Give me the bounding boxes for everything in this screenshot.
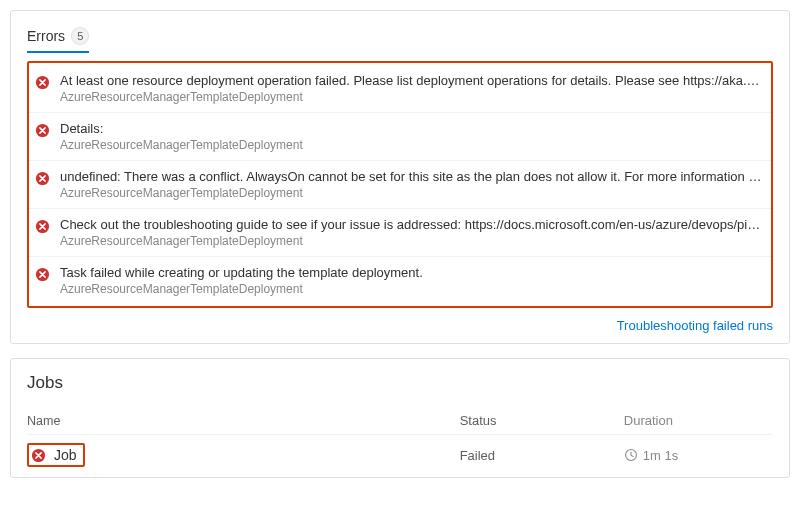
error-row[interactable]: Details: AzureResourceManagerTemplateDep… [29, 112, 771, 160]
errors-panel: Errors 5 At least one resource deploymen… [10, 10, 790, 344]
error-message: Details: [60, 121, 765, 136]
error-row[interactable]: undefined: There was a conflict. AlwaysO… [29, 160, 771, 208]
job-status: Failed [460, 448, 624, 463]
jobs-panel: Jobs Name Status Duration Job Failed 1m … [10, 358, 790, 478]
error-source: AzureResourceManagerTemplateDeployment [60, 186, 765, 200]
error-message: At least one resource deployment operati… [60, 73, 765, 88]
error-message: undefined: There was a conflict. AlwaysO… [60, 169, 765, 184]
error-text: At least one resource deployment operati… [60, 73, 765, 104]
error-source: AzureResourceManagerTemplateDeployment [60, 90, 765, 104]
jobs-header-duration: Duration [624, 413, 773, 428]
error-source: AzureResourceManagerTemplateDeployment [60, 138, 765, 152]
error-row[interactable]: Check out the troubleshooting guide to s… [29, 208, 771, 256]
errors-tabs: Errors 5 [27, 25, 773, 53]
jobs-header-status: Status [460, 413, 624, 428]
errors-highlight-box: At least one resource deployment operati… [27, 61, 773, 308]
job-name-highlight: Job [27, 443, 85, 467]
error-source: AzureResourceManagerTemplateDeployment [60, 282, 765, 296]
error-row[interactable]: At least one resource deployment operati… [29, 65, 771, 112]
error-text: Details: AzureResourceManagerTemplateDep… [60, 121, 765, 152]
jobs-header-row: Name Status Duration [27, 407, 773, 434]
job-duration: 1m 1s [643, 448, 678, 463]
error-icon [35, 171, 50, 186]
troubleshoot-area: Troubleshooting failed runs [27, 318, 773, 333]
error-icon [35, 123, 50, 138]
error-source: AzureResourceManagerTemplateDeployment [60, 234, 765, 248]
error-message: Task failed while creating or updating t… [60, 265, 765, 280]
error-text: Task failed while creating or updating t… [60, 265, 765, 296]
error-text: undefined: There was a conflict. AlwaysO… [60, 169, 765, 200]
error-icon [35, 219, 50, 234]
error-icon [35, 267, 50, 282]
jobs-header-duration-label: Duration [624, 413, 673, 428]
jobs-header-name: Name [27, 414, 460, 428]
troubleshooting-link[interactable]: Troubleshooting failed runs [617, 318, 773, 333]
clock-icon [624, 448, 638, 462]
tab-errors-label: Errors [27, 28, 65, 44]
error-icon [35, 75, 50, 90]
errors-count-badge: 5 [71, 27, 89, 45]
error-row[interactable]: Task failed while creating or updating t… [29, 256, 771, 304]
error-text: Check out the troubleshooting guide to s… [60, 217, 765, 248]
error-icon [31, 448, 46, 463]
jobs-title: Jobs [27, 373, 773, 393]
error-message: Check out the troubleshooting guide to s… [60, 217, 765, 232]
job-name: Job [54, 447, 77, 463]
tab-errors[interactable]: Errors 5 [27, 25, 89, 53]
job-row[interactable]: Job Failed 1m 1s [27, 434, 773, 467]
